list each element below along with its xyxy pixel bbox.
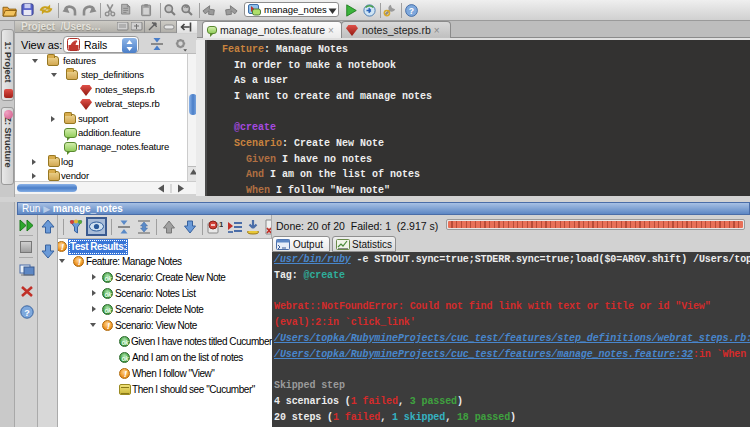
svg-text:?: ?	[24, 308, 30, 318]
svg-text:?: ?	[409, 6, 414, 16]
svg-text:1: 1	[219, 220, 223, 229]
